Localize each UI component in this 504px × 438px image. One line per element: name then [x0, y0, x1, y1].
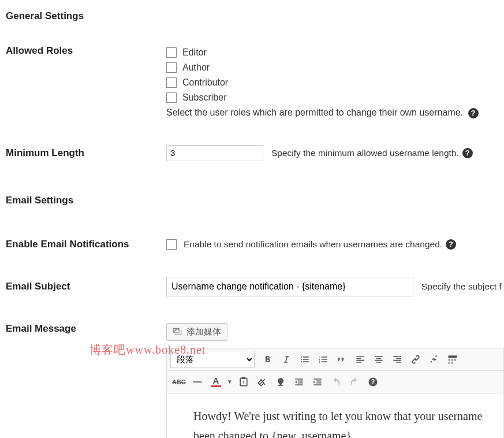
clear-format-button[interactable]: [253, 373, 271, 391]
svg-rect-8: [242, 377, 246, 378]
role-editor-checkbox[interactable]: [166, 47, 177, 58]
hr-button[interactable]: [189, 373, 206, 391]
text-color-dropdown[interactable]: ▼: [226, 373, 234, 391]
role-contributor-checkbox[interactable]: [166, 77, 177, 88]
outdent-button[interactable]: [290, 373, 308, 391]
email-subject-help: Specify the subject f: [421, 281, 502, 292]
indent-button[interactable]: [309, 373, 326, 391]
role-contributor-label: Contributor: [182, 77, 228, 88]
add-media-button[interactable]: 添加媒体: [166, 323, 227, 341]
align-right-button[interactable]: [389, 351, 406, 368]
media-icon: [173, 326, 183, 337]
numbered-list-button[interactable]: [315, 351, 332, 368]
min-length-input[interactable]: [166, 145, 263, 161]
special-char-button[interactable]: [272, 373, 289, 391]
link-button[interactable]: [407, 351, 424, 368]
blockquote-button[interactable]: [333, 351, 350, 368]
svg-rect-0: [449, 355, 457, 358]
editor-content[interactable]: Howdy! We're just writing to let you kno…: [167, 394, 503, 438]
email-subject-input[interactable]: [166, 277, 413, 296]
editor-help-button[interactable]: ?: [364, 373, 382, 391]
svg-rect-4: [449, 362, 450, 363]
min-length-help: Specify the minimum allowed username len…: [271, 148, 459, 158]
help-icon[interactable]: ?: [468, 108, 479, 118]
email-message-label: Email Message: [6, 323, 166, 335]
undo-button[interactable]: [327, 373, 345, 391]
allowed-roles-help: Select the user roles which are permitte…: [166, 107, 463, 117]
bullet-list-button[interactable]: [296, 351, 313, 368]
format-select[interactable]: 段落: [170, 351, 255, 368]
role-author-label: Author: [182, 62, 210, 73]
svg-text:?: ?: [371, 378, 375, 385]
text-color-button[interactable]: A: [207, 373, 225, 391]
unlink-button[interactable]: [425, 351, 443, 368]
paste-text-button[interactable]: T: [235, 373, 252, 391]
enable-notify-checkbox[interactable]: [166, 239, 177, 250]
align-left-button[interactable]: [352, 351, 369, 368]
allowed-roles-label: Allowed Roles: [6, 45, 166, 57]
role-author-checkbox[interactable]: [166, 62, 177, 73]
svg-text:T: T: [242, 380, 245, 385]
svg-rect-5: [451, 362, 453, 363]
italic-button[interactable]: [278, 351, 295, 368]
svg-rect-6: [193, 381, 202, 383]
role-editor-label: Editor: [182, 47, 207, 58]
redo-button[interactable]: [346, 373, 363, 391]
role-subscriber-checkbox[interactable]: [166, 92, 177, 103]
section-email-settings: Email Settings: [6, 184, 504, 213]
min-length-label: Minimum Length: [6, 147, 166, 159]
role-subscriber-label: Subscriber: [182, 92, 226, 103]
svg-rect-2: [451, 359, 453, 361]
enable-notify-help: Enable to send notification emails when …: [184, 239, 442, 250]
enable-notify-label: Enable Email Notifications: [6, 239, 166, 250]
bold-button[interactable]: [259, 351, 277, 368]
toolbar-toggle-button[interactable]: [444, 351, 461, 368]
svg-rect-1: [449, 359, 450, 361]
svg-rect-3: [454, 359, 456, 361]
add-media-label: 添加媒体: [186, 326, 221, 337]
help-icon[interactable]: ?: [462, 148, 473, 158]
strikethrough-button[interactable]: ABC: [170, 373, 188, 391]
align-center-button[interactable]: [370, 351, 387, 368]
email-subject-label: Email Subject: [6, 281, 166, 292]
help-icon[interactable]: ?: [446, 239, 456, 250]
section-general-settings: General Settings: [6, 0, 504, 29]
